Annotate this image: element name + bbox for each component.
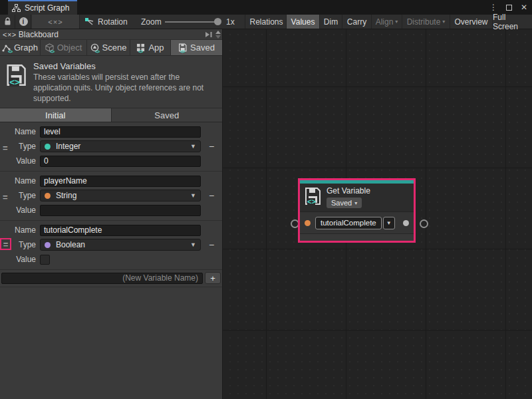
value-checkbox[interactable] [40, 255, 50, 265]
drag-handle[interactable]: = [3, 143, 8, 153]
get-variable-node[interactable]: <> Get Variable Saved ▾ tutorialComplete… [298, 178, 416, 243]
saved-variables-title: Saved Variables [33, 61, 215, 71]
zoom-label: Zoom [141, 15, 162, 29]
type-color-dot [45, 193, 51, 199]
drag-handle[interactable]: = [3, 192, 8, 202]
menu-kebab-icon[interactable]: ⋮ [488, 2, 499, 13]
drag-handle[interactable]: = [3, 239, 9, 249]
name-label: Name [0, 127, 40, 136]
scroll-arrows [215, 31, 221, 39]
maximize-icon[interactable] [503, 2, 514, 13]
toolbar-button-carry[interactable]: Carry [342, 15, 372, 29]
remove-variable-button[interactable]: − [209, 239, 214, 250]
variable-input-port[interactable] [305, 220, 311, 226]
rotation-control[interactable]: Rotation [84, 15, 128, 29]
scope-dropdown[interactable]: Saved ▾ [327, 198, 362, 208]
titlebar: Script Graph ⋮ ✕ [0, 0, 532, 15]
code-badge-icon: <> [8, 49, 12, 54]
tab-object[interactable]: Object <> [41, 40, 87, 55]
new-variable-row: + [0, 270, 222, 287]
angle-markup-icon: <×> [48, 18, 63, 26]
toolbar-button-relations[interactable]: Relations [247, 15, 287, 29]
info-button[interactable]: i [16, 15, 31, 29]
value-label: Value [0, 205, 40, 215]
zoom-slider-handle[interactable] [214, 18, 221, 25]
variable-row-playername: = Name Type String ▼ − Value [0, 172, 222, 221]
blackboard-panel: <×> Blackboard Graph <> [0, 29, 223, 399]
close-icon[interactable]: ✕ [519, 2, 529, 13]
tab-title: Script Graph [25, 3, 69, 13]
name-label: Name [0, 176, 40, 186]
toolbar-button-distribute[interactable]: Distribute ▾ [402, 15, 450, 29]
value-mode-tabs: Initial Saved [0, 108, 222, 122]
variable-row-level: = Name Type Integer ▼ − Value [0, 122, 222, 172]
variable-name-input[interactable] [40, 126, 201, 138]
graph-toolbar: i <×> Rotation Zoom 1x Relations Values … [0, 15, 532, 29]
variable-row-tutorialcomplete: = Name Type Boolean ▼ − Value [0, 221, 222, 270]
tab-graph[interactable]: Graph <> [0, 40, 41, 55]
zoom-value: 1x [226, 15, 235, 29]
saved-variable-icon: <> [304, 186, 321, 206]
rotation-icon [84, 17, 94, 27]
type-color-dot [45, 242, 51, 248]
toolbar-button-values[interactable]: Values [287, 15, 320, 29]
tab-app[interactable]: App <> [130, 40, 171, 55]
lock-icon [4, 17, 11, 26]
subtab-initial[interactable]: Initial [0, 108, 112, 122]
rotation-label: Rotation [98, 17, 128, 27]
tab-script-graph[interactable]: Script Graph [8, 0, 77, 15]
dropdown-arrow-icon: ▼ [190, 192, 196, 199]
scroll-down-icon[interactable] [215, 35, 221, 39]
code-badge-icon: <> [50, 49, 54, 54]
variable-value-input[interactable] [40, 205, 201, 216]
dropdown-arrow-icon: ▼ [190, 241, 196, 248]
scroll-up-icon[interactable] [215, 31, 221, 34]
variable-name-input[interactable] [40, 176, 201, 187]
saved-variables-info: <> Saved Variables These variables will … [0, 56, 222, 108]
zoom-slider-track[interactable] [165, 21, 221, 23]
toolbar-button-fullscreen[interactable]: Full Screen [493, 15, 532, 29]
add-variable-button[interactable]: + [205, 272, 221, 284]
dropdown-arrow-icon: ▼ [190, 143, 196, 150]
saved-variables-icon: <> [5, 63, 27, 87]
node-body: tutorialComplete ▼ [300, 211, 414, 233]
node-title: Get Variable [327, 186, 370, 196]
svg-text:<>: <> [307, 198, 316, 205]
saved-variables-description: These variables will persist even after … [33, 72, 215, 104]
dropdown-arrow-icon: ▾ [354, 200, 357, 206]
node-header: <> Get Variable Saved ▾ [300, 184, 414, 211]
type-dropdown[interactable]: String ▼ [40, 190, 201, 201]
remove-variable-button[interactable]: − [209, 141, 214, 152]
toolbar-button-overview[interactable]: Overview [450, 15, 493, 29]
type-dropdown[interactable]: Boolean ▼ [40, 239, 201, 251]
variable-value-input[interactable] [40, 156, 201, 167]
lock-button[interactable] [0, 15, 15, 29]
value-label: Value [0, 255, 40, 264]
dropdown-arrow-icon: ▾ [442, 19, 445, 25]
drag-handle-highlight: = [0, 238, 11, 250]
name-label: Name [0, 225, 40, 235]
tab-scene[interactable]: Scene <> [87, 40, 130, 55]
output-port-ring[interactable] [420, 219, 428, 228]
visual-scripting-button[interactable]: <×> [32, 15, 80, 29]
variable-name-dropdown[interactable]: tutorialComplete ▼ [315, 217, 395, 229]
toolbar-button-align[interactable]: Align ▾ [372, 15, 402, 29]
type-color-dot [45, 144, 51, 150]
tab-saved[interactable]: Saved <> [171, 40, 222, 55]
node-footer [300, 233, 414, 241]
script-graph-window: Script Graph ⋮ ✕ i <×> Rotation [0, 0, 532, 399]
dropdown-arrow-icon: ▾ [395, 19, 398, 25]
variable-name-input[interactable] [40, 225, 201, 236]
remove-variable-button[interactable]: − [209, 190, 214, 201]
type-dropdown[interactable]: Integer ▼ [40, 140, 201, 152]
new-variable-input[interactable] [1, 273, 203, 284]
value-output-port[interactable] [403, 220, 409, 226]
toolbar-button-dim[interactable]: Dim [320, 15, 342, 29]
blackboard-title: Blackboard [19, 30, 205, 39]
hierarchy-icon [12, 4, 21, 12]
dropdown-arrow-icon: ▼ [383, 217, 395, 229]
graph-canvas[interactable]: <> Get Variable Saved ▾ tutorialComplete… [223, 29, 532, 399]
subtab-saved[interactable]: Saved [112, 108, 223, 122]
dock-icon[interactable] [205, 31, 213, 38]
angle-markup-icon: <×> [3, 31, 17, 39]
